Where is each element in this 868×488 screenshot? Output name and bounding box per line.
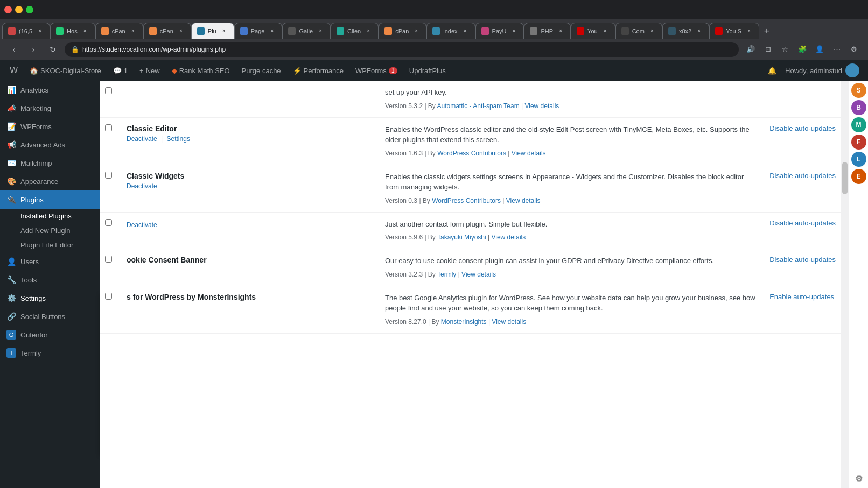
sidebar-item-analytics[interactable]: 📊 Analytics (0, 81, 100, 99)
avatar-s[interactable]: S (851, 83, 866, 98)
avatar-m[interactable]: M (851, 117, 866, 132)
plugin-view-details-link[interactable]: View details (491, 234, 526, 241)
plugin-checkbox-cell[interactable] (100, 81, 121, 117)
tab-11[interactable]: PayU× (475, 23, 524, 39)
tab-close-icon[interactable]: × (81, 27, 89, 36)
plugin-author-link[interactable]: Termly (437, 271, 456, 278)
sidebar-item-tools[interactable]: 🔧 Tools (0, 271, 100, 289)
plugin-author-link[interactable]: MonsterInsights (441, 318, 487, 326)
deactivate-link[interactable]: Deactivate (127, 135, 157, 143)
sidebar-item-mailchimp[interactable]: ✉️ Mailchimp (0, 154, 100, 172)
profile-icon[interactable]: 👤 (812, 42, 827, 57)
screenshot-icon[interactable]: ⊡ (760, 42, 775, 57)
plugin-author-link[interactable]: Takayuki Miyoshi (437, 234, 486, 241)
tab-close-icon[interactable]: × (745, 27, 753, 36)
back-button[interactable]: ‹ (6, 42, 22, 57)
tab-12[interactable]: PHP× (524, 23, 571, 39)
tab-close-icon[interactable]: × (364, 27, 373, 36)
scrollbar-track[interactable] (841, 81, 849, 488)
sidebar-item-advanced-ads[interactable]: 📢 Advanced Ads (0, 136, 100, 154)
tab-14[interactable]: Com× (615, 23, 662, 39)
sidebar-item-gutentor[interactable]: G Gutentor (0, 326, 100, 344)
tab-close-icon[interactable]: × (601, 27, 610, 36)
plugin-checkbox-cell[interactable] (100, 165, 121, 212)
tab-close-icon[interactable]: × (268, 27, 276, 36)
howdy-item[interactable]: Howdy, adminstud (781, 63, 864, 77)
tab-close-icon[interactable]: × (648, 27, 656, 36)
tab-close-icon[interactable]: × (129, 27, 137, 36)
avatar-e[interactable]: E (851, 169, 866, 184)
tab-7[interactable]: Galle× (282, 23, 331, 39)
sidebar-item-appearance[interactable]: 🎨 Appearance (0, 172, 100, 190)
sidebar-item-termly[interactable]: T Termly (0, 344, 100, 362)
tab-close-icon[interactable]: × (556, 27, 565, 36)
sidebar-item-wpforms[interactable]: 📝 WPForms (0, 117, 100, 136)
tab-15[interactable]: x8x2× (662, 23, 709, 39)
tab-3[interactable]: cPan× (95, 23, 143, 39)
wpforms-item[interactable]: WPForms 1 (350, 60, 403, 81)
settings-link[interactable]: Settings (167, 135, 190, 143)
plugin-checkbox[interactable] (105, 256, 112, 263)
tab-close-icon[interactable]: × (695, 27, 703, 36)
plugin-view-details-link[interactable]: View details (492, 318, 526, 326)
window-controls[interactable] (4, 6, 33, 13)
sidebar-item-social-buttons[interactable]: 🔗 Social Buttons (0, 307, 100, 326)
deactivate-link[interactable]: Deactivate (127, 221, 157, 229)
extensions-icon[interactable]: 🧩 (795, 42, 810, 57)
plugin-checkbox-cell[interactable] (100, 286, 121, 333)
sidebar-item-settings[interactable]: ⚙️ Settings (0, 289, 100, 307)
read-aloud-icon[interactable]: 🔊 (743, 42, 758, 57)
tab-close-icon[interactable]: × (509, 27, 518, 36)
sidebar-item-users[interactable]: 👤 Users (0, 252, 100, 271)
more-icon[interactable]: ⋯ (829, 42, 844, 57)
sidebar-item-marketing[interactable]: 📣 Marketing (0, 99, 100, 117)
plugin-checkbox-cell[interactable] (100, 212, 121, 249)
rank-math-item[interactable]: ◆ Rank Math SEO (166, 60, 235, 81)
site-name-item[interactable]: 🏠 SKOC-Digital-Store (24, 60, 107, 81)
sidebar-subitem-add-new-plugin[interactable]: Add New Plugin (0, 223, 100, 238)
tab-5-active[interactable]: Plu× (191, 23, 234, 39)
comments-item[interactable]: 💬 1 (108, 60, 133, 81)
plugin-checkbox[interactable] (105, 124, 112, 131)
tab-10[interactable]: index× (426, 23, 475, 39)
purge-cache-item[interactable]: Purge cache (236, 60, 286, 81)
tab-13[interactable]: You× (571, 23, 615, 39)
url-bar[interactable]: 🔒 https://studentvocation.com/wp-admin/p… (65, 42, 739, 57)
scrollbar-thumb[interactable] (842, 162, 848, 194)
avatar-l[interactable]: L (851, 152, 866, 167)
tab-4[interactable]: cPan× (143, 23, 191, 39)
plugin-view-details-link[interactable]: View details (506, 197, 541, 204)
tab-6[interactable]: Page× (234, 23, 283, 39)
plugin-author-link[interactable]: WordPress Contributors (437, 150, 506, 157)
wp-logo-item[interactable]: W (4, 60, 23, 81)
notification-bell[interactable]: 🔔 (765, 63, 780, 78)
plugin-checkbox[interactable] (105, 87, 112, 94)
tab-close-icon[interactable]: × (412, 27, 421, 36)
close-button[interactable] (4, 6, 12, 13)
tab-9[interactable]: cPan× (379, 23, 426, 39)
plugin-checkbox[interactable] (105, 293, 112, 300)
disable-autoupdate-link[interactable]: Disable auto-updates (769, 219, 836, 227)
sidebar-subitem-plugin-file-editor[interactable]: Plugin File Editor (0, 238, 100, 252)
tab-1[interactable]: (16,5× (2, 23, 50, 39)
updraftplus-item[interactable]: UpdraftPlus (404, 60, 451, 81)
sidebar-subitem-installed-plugins[interactable]: Installed Plugins (0, 209, 100, 223)
tab-close-icon[interactable]: × (316, 27, 325, 36)
tab-close-icon[interactable]: × (36, 27, 44, 36)
settings-icon[interactable]: ⚙ (846, 42, 862, 57)
plugin-checkbox-cell[interactable] (100, 117, 121, 165)
gear-settings-icon[interactable]: ⚙ (851, 471, 866, 486)
disable-autoupdate-link[interactable]: Disable auto-updates (769, 256, 836, 264)
tab-16[interactable]: You S× (709, 23, 759, 39)
enable-autoupdate-link[interactable]: Enable auto-updates (769, 293, 834, 301)
deactivate-link[interactable]: Deactivate (127, 182, 157, 190)
tab-2[interactable]: Hos× (50, 23, 95, 39)
plugin-checkbox-cell[interactable] (100, 249, 121, 286)
tab-close-icon[interactable]: × (177, 27, 185, 36)
plugin-view-details-link[interactable]: View details (512, 150, 546, 157)
tab-close-icon[interactable]: × (461, 27, 470, 36)
avatar-b[interactable]: B (851, 100, 866, 115)
plugin-author-link[interactable]: WordPress Contributors (432, 197, 501, 204)
plugin-author-link[interactable]: Automattic - Anti-spam Team (437, 102, 520, 110)
reload-button[interactable]: ↻ (45, 42, 60, 57)
